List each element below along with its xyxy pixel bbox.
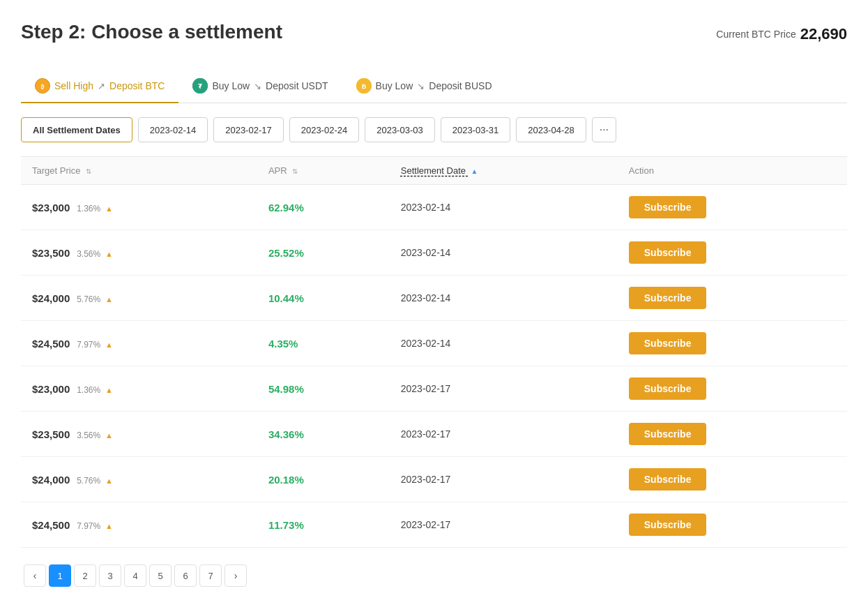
col-apr[interactable]: APR ⇅ (257, 157, 390, 185)
target-percent-6: 5.76% (77, 476, 100, 486)
pagination-page-4[interactable]: 4 (124, 564, 146, 587)
up-arrow-1: ▲ (105, 250, 113, 258)
pagination-next[interactable]: › (224, 564, 247, 587)
deposit-btc-label: Deposit BTC (109, 80, 165, 91)
sort-icon-target: ⇅ (86, 167, 91, 175)
cell-action-3: Subscribe (618, 321, 847, 366)
cell-date-5: 2023-02-17 (390, 412, 618, 457)
cell-apr-3: 4.35% (257, 321, 390, 366)
subscribe-button-3[interactable]: Subscribe (629, 332, 707, 354)
cell-date-4: 2023-02-17 (390, 366, 618, 412)
apr-value-7: 11.73% (268, 519, 304, 531)
svg-text:B: B (361, 83, 366, 90)
target-price-value-6: $24,000 (32, 474, 70, 486)
apr-value-5: 34.36% (268, 428, 304, 440)
pagination-prev[interactable]: ‹ (24, 564, 46, 587)
cell-target-price-2: $24,000 5.76% ▲ (21, 276, 257, 321)
sort-icon-date: ▲ (471, 167, 478, 175)
col-settlement-date[interactable]: Settlement Date ▲ (390, 157, 618, 185)
cell-date-7: 2023-02-17 (390, 502, 618, 548)
subscribe-button-4[interactable]: Subscribe (629, 377, 707, 400)
cell-target-price-7: $24,500 7.97% ▲ (21, 502, 257, 548)
tab-buy-low-usdt-label: Buy Low (212, 80, 250, 91)
table-row: $23,500 3.56% ▲ 25.52% 2023-02-14 Subscr… (21, 230, 847, 276)
tab-sell-high-label: Sell High (54, 80, 93, 91)
target-price-value-4: $23,000 (32, 383, 70, 395)
pagination-page-1[interactable]: 1 (49, 564, 71, 587)
tab-buy-low-busd-label: Buy Low (376, 80, 413, 91)
cell-action-1: Subscribe (618, 230, 847, 276)
pagination-page-3[interactable]: 3 (99, 564, 121, 587)
cell-date-1: 2023-02-14 (390, 230, 618, 276)
subscribe-button-5[interactable]: Subscribe (629, 423, 707, 445)
col-action: Action (618, 157, 847, 185)
subscribe-button-1[interactable]: Subscribe (629, 241, 707, 264)
date-filter-0217[interactable]: 2023-02-17 (213, 117, 284, 142)
tab-sell-high[interactable]: ₿ Sell High ↗ Deposit BTC (21, 71, 178, 103)
up-arrow-7: ▲ (105, 522, 113, 530)
target-percent-3: 7.97% (77, 340, 100, 350)
pagination-page-2[interactable]: 2 (74, 564, 96, 587)
settlement-date-4: 2023-02-17 (401, 383, 451, 394)
cell-action-2: Subscribe (618, 276, 847, 321)
target-percent-1: 3.56% (77, 249, 100, 259)
cell-apr-4: 54.98% (257, 366, 390, 412)
date-filter-bar: All Settlement Dates 2023-02-14 2023-02-… (21, 117, 847, 142)
date-filter-0303[interactable]: 2023-03-03 (365, 117, 435, 142)
settlement-date-7: 2023-02-17 (401, 519, 451, 530)
settlement-date-2: 2023-02-14 (401, 292, 451, 304)
apr-value-3: 4.35% (268, 338, 298, 350)
target-price-value-5: $23,500 (32, 428, 70, 440)
cell-action-5: Subscribe (618, 412, 847, 457)
apr-value-1: 25.52% (268, 247, 304, 259)
target-price-value-7: $24,500 (32, 519, 70, 531)
buy-low-busd-icon: B (356, 78, 372, 93)
cell-target-price-1: $23,500 3.56% ▲ (21, 230, 257, 276)
up-arrow-4: ▲ (105, 386, 113, 394)
date-filter-0428[interactable]: 2023-04-28 (516, 117, 586, 142)
apr-value-4: 54.98% (268, 383, 304, 395)
date-filter-0224[interactable]: 2023-02-24 (289, 117, 360, 142)
deposit-busd-arrow: ↘ (417, 81, 425, 91)
btc-price-value: 22,690 (800, 25, 847, 43)
table-row: $23,000 1.36% ▲ 62.94% 2023-02-14 Subscr… (21, 185, 847, 230)
page-title: Step 2: Choose a settlement (21, 21, 282, 43)
pagination-page-6[interactable]: 6 (174, 564, 197, 587)
up-arrow-3: ▲ (105, 340, 113, 349)
target-price-value-0: $23,000 (32, 202, 70, 214)
cell-apr-1: 25.52% (257, 230, 390, 276)
btc-price-label: Current BTC Price (716, 29, 795, 40)
apr-value-6: 20.18% (268, 474, 304, 486)
cell-target-price-5: $23,500 3.56% ▲ (21, 412, 257, 457)
cell-date-2: 2023-02-14 (390, 276, 618, 321)
pagination-page-5[interactable]: 5 (149, 564, 172, 587)
date-filter-0214[interactable]: 2023-02-14 (138, 117, 208, 142)
cell-action-4: Subscribe (618, 366, 847, 412)
cell-date-6: 2023-02-17 (390, 457, 618, 502)
subscribe-button-2[interactable]: Subscribe (629, 287, 707, 309)
subscribe-button-7[interactable]: Subscribe (629, 514, 707, 536)
cell-target-price-6: $24,000 5.76% ▲ (21, 457, 257, 502)
cell-action-6: Subscribe (618, 457, 847, 502)
date-filter-more[interactable]: ··· (592, 117, 616, 142)
subscribe-button-6[interactable]: Subscribe (629, 468, 707, 491)
subscribe-button-0[interactable]: Subscribe (629, 196, 707, 218)
table-row: $24,000 5.76% ▲ 20.18% 2023-02-17 Subscr… (21, 457, 847, 502)
apr-value-2: 10.44% (268, 292, 304, 304)
pagination-page-7[interactable]: 7 (199, 564, 222, 587)
settlements-table: Target Price ⇅ APR ⇅ Settlement Date ▲ A… (21, 156, 847, 548)
svg-text:₮: ₮ (198, 83, 203, 90)
up-arrow-5: ▲ (105, 431, 113, 440)
cell-action-0: Subscribe (618, 185, 847, 230)
tab-buy-low-usdt[interactable]: ₮ Buy Low ↘ Deposit USDT (178, 71, 342, 103)
cell-action-7: Subscribe (618, 502, 847, 548)
up-arrow-0: ▲ (105, 204, 113, 213)
target-price-value-1: $23,500 (32, 247, 70, 259)
header: Step 2: Choose a settlement Current BTC … (21, 21, 847, 60)
date-filter-0331[interactable]: 2023-03-31 (441, 117, 511, 142)
tab-buy-low-busd[interactable]: B Buy Low ↘ Deposit BUSD (342, 71, 506, 103)
cell-target-price-3: $24,500 7.97% ▲ (21, 321, 257, 366)
date-filter-all[interactable]: All Settlement Dates (21, 117, 132, 142)
deposit-busd-label: Deposit BUSD (429, 80, 492, 91)
col-target-price[interactable]: Target Price ⇅ (21, 157, 257, 185)
